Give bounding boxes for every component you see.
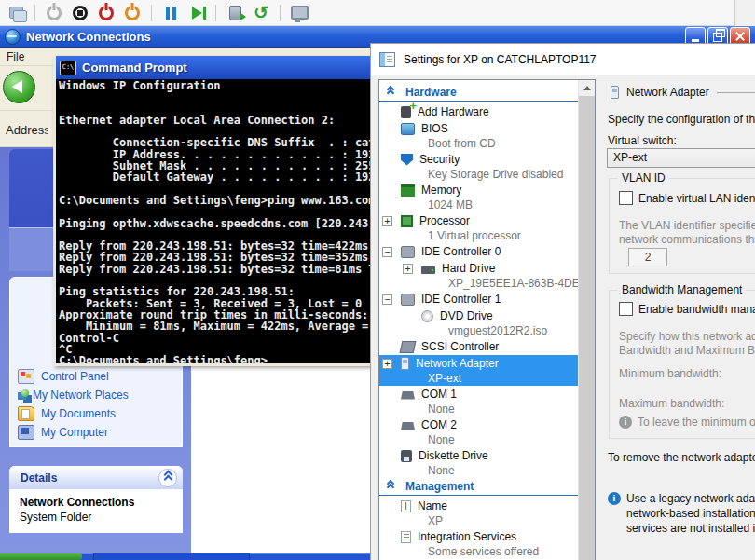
virtual-switch-label: Virtual switch: bbox=[608, 134, 677, 147]
tree-item-memory[interactable]: Memory1024 MB bbox=[379, 182, 579, 212]
tree-item-security[interactable]: SecurityKey Storage Drive disabled bbox=[379, 151, 579, 182]
revert-button[interactable]: ↺ bbox=[250, 2, 272, 24]
vlan-id-input[interactable]: 2 bbox=[628, 248, 667, 266]
com-port-icon bbox=[401, 422, 415, 430]
tree-item-name[interactable]: NameXP bbox=[379, 498, 579, 528]
expand-icon[interactable]: + bbox=[382, 359, 392, 369]
tree-item-sublabel: XP_19E5EE1A-863B-4DE7-... bbox=[379, 277, 579, 291]
sidebar-item-label: Control Panel bbox=[41, 370, 109, 383]
vlan-checkbox[interactable] bbox=[619, 191, 633, 205]
expand-icon[interactable]: + bbox=[403, 264, 413, 274]
memory-icon bbox=[401, 184, 415, 197]
tree-item-diskette-drive[interactable]: Diskette DriveNone bbox=[379, 447, 579, 478]
vlan-group: VLAN ID Enable virtual LAN identif The V… bbox=[609, 178, 755, 274]
remote-networking-icon bbox=[291, 6, 309, 20]
tree-item-bios[interactable]: BIOSBoot from CD bbox=[379, 120, 579, 151]
tree-item-sublabel: Key Storage Drive disabled bbox=[379, 168, 579, 182]
back-button[interactable] bbox=[3, 71, 35, 103]
minimize-icon bbox=[692, 39, 699, 42]
bandwidth-group-title: Bandwidth Management bbox=[618, 283, 746, 296]
tree-item-com-1[interactable]: COM 1None bbox=[379, 386, 579, 417]
tree-item-label: COM 1 bbox=[421, 388, 457, 401]
sidebar-item-my-network-places[interactable]: My Network Places bbox=[18, 386, 178, 404]
max-bandwidth-label: Maximum bandwidth: bbox=[619, 397, 724, 410]
tree-item-processor[interactable]: +Processor1 Virtual processor bbox=[379, 212, 579, 243]
shut-down-button[interactable] bbox=[95, 2, 117, 24]
start-button[interactable] bbox=[0, 553, 82, 560]
remove-note: To remove the network adapter bbox=[608, 451, 755, 464]
close-icon bbox=[735, 32, 745, 41]
bandwidth-checkbox[interactable] bbox=[619, 302, 633, 316]
ctrl-alt-del-button[interactable] bbox=[5, 2, 27, 24]
bandwidth-desc-line2: Bandwidth and Maximum Ban bbox=[619, 344, 755, 357]
network-adapter-icon bbox=[611, 86, 619, 99]
vlan-desc-line2: network communications thro bbox=[619, 233, 755, 246]
settings-titlebar[interactable]: Settings for XP on CATCHLAPTOP117 bbox=[371, 44, 755, 75]
chevron-up-icon bbox=[384, 483, 397, 490]
tree-item-network-adapter[interactable]: +Network AdapterXP-ext bbox=[379, 355, 579, 386]
turn-off-button[interactable] bbox=[69, 2, 91, 24]
tree-section-label: Management bbox=[405, 480, 474, 493]
host-toolbar: ↺ bbox=[0, 0, 755, 26]
tree-item-label: Network Adapter bbox=[416, 357, 499, 370]
remote-networking-button[interactable] bbox=[288, 2, 310, 24]
tree-item-add-hardware[interactable]: Add Hardware bbox=[379, 103, 579, 120]
tree-item-ide-controller-1[interactable]: −IDE Controller 1 bbox=[379, 291, 579, 307]
bandwidth-group: Bandwidth Management Enable bandwidth ma… bbox=[609, 290, 755, 439]
tree-item-label: Add Hardware bbox=[418, 105, 489, 118]
details-box: Details Network Connections System Folde… bbox=[9, 466, 183, 533]
processor-icon bbox=[401, 215, 413, 227]
tree-item-label: Memory bbox=[421, 184, 461, 197]
tree-section-label: Hardware bbox=[405, 86, 457, 99]
tree-item-ide-controller-0[interactable]: −IDE Controller 0 bbox=[379, 243, 579, 260]
tree-item-label: DVD Drive bbox=[440, 309, 493, 322]
host-scrollbar[interactable] bbox=[734, 0, 755, 26]
collapse-icon[interactable]: − bbox=[382, 247, 392, 257]
details-collapse-button[interactable] bbox=[158, 469, 177, 487]
collapse-icon[interactable]: − bbox=[382, 294, 392, 305]
save-button[interactable] bbox=[121, 2, 144, 24]
tree-item-sublabel: Boot from CD bbox=[379, 137, 579, 151]
sidebar-item-my-computer[interactable]: My Computer bbox=[18, 423, 178, 442]
expand-icon[interactable]: + bbox=[382, 216, 392, 226]
panel-header: Network Adapter bbox=[626, 86, 709, 99]
tree-item-sublabel: None bbox=[379, 464, 579, 478]
scrollbar-thumb[interactable] bbox=[579, 96, 595, 560]
hard-drive-icon bbox=[421, 266, 435, 274]
reset-button[interactable] bbox=[185, 2, 208, 24]
taskbar-task-button[interactable] bbox=[93, 553, 250, 560]
controller-icon bbox=[401, 294, 415, 306]
tree-item-label: COM 2 bbox=[421, 418, 457, 431]
com-port-icon bbox=[401, 391, 415, 400]
tree-item-sublabel: 1 Virtual processor bbox=[379, 229, 579, 243]
tree-item-dvd-drive[interactable]: DVD Drivevmguest2012R2.iso bbox=[379, 307, 579, 338]
tree-scrollbar[interactable] bbox=[578, 80, 595, 560]
legacy-note-line2: network-based installation bbox=[626, 507, 755, 520]
menu-file[interactable]: File bbox=[7, 50, 24, 63]
sidebar-item-my-documents[interactable]: My Documents bbox=[18, 404, 178, 423]
integration-services-icon bbox=[401, 531, 411, 543]
tree-item-hard-drive[interactable]: +Hard DriveXP_19E5EE1A-863B-4DE7-... bbox=[379, 260, 579, 291]
tree-item-integration-services[interactable]: Integration ServicesSome services offere… bbox=[379, 528, 579, 559]
tree-item-label: IDE Controller 1 bbox=[421, 293, 501, 306]
tree-item-scsi-controller[interactable]: SCSI Controller bbox=[379, 338, 579, 355]
save-icon bbox=[125, 6, 140, 20]
tree-section-management[interactable]: Management bbox=[379, 478, 579, 496]
checkpoint-button[interactable] bbox=[224, 2, 246, 24]
restore-icon bbox=[713, 33, 722, 42]
tree-item-sublabel: XP bbox=[379, 514, 579, 528]
tree-item-label: Processor bbox=[419, 214, 470, 227]
vlan-group-title: VLAN ID bbox=[618, 171, 669, 184]
add-hardware-icon bbox=[401, 106, 411, 118]
pause-button[interactable] bbox=[159, 2, 182, 24]
scroll-up-arrow-icon[interactable] bbox=[579, 80, 595, 95]
virtual-switch-select[interactable]: XP-ext bbox=[607, 148, 755, 168]
start-button[interactable] bbox=[43, 2, 65, 24]
tree-item-sublabel: None bbox=[379, 433, 579, 447]
sidebar-item-control-panel[interactable]: Control Panel bbox=[18, 367, 178, 386]
computer-icon bbox=[18, 425, 34, 440]
tree-item-com-2[interactable]: COM 2None bbox=[379, 417, 579, 447]
controller-icon bbox=[401, 246, 415, 258]
tree-item-sublabel: None bbox=[379, 403, 579, 417]
panel-intro: Specify the configuration of the bbox=[608, 113, 755, 126]
